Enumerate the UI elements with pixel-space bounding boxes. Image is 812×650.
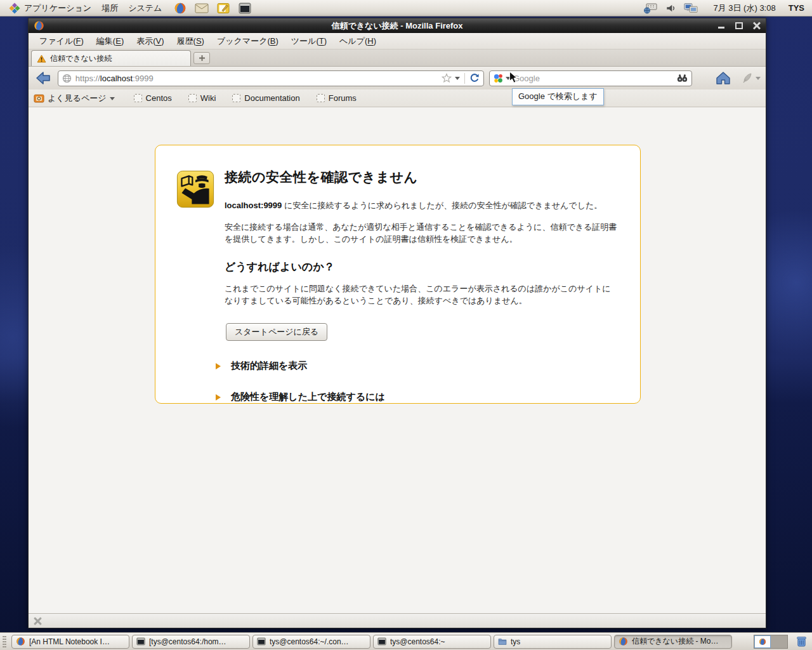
chevron-down-icon — [110, 97, 115, 103]
bookmark-documentation[interactable]: Documentation — [232, 93, 299, 103]
favicon-placeholder-icon — [134, 94, 142, 102]
back-to-start-button[interactable]: スタートページに戻る — [226, 323, 327, 341]
quill-icon — [742, 72, 753, 84]
task-file-manager[interactable]: tys — [494, 635, 612, 649]
user-menu[interactable]: TYS — [789, 3, 804, 13]
volume-icon[interactable] — [664, 2, 678, 15]
workspace-switcher[interactable] — [754, 635, 788, 649]
error-box: 接続の安全性を確認できません localhost:9999 に安全に接続するよう… — [155, 145, 641, 404]
minimize-button[interactable] — [717, 22, 725, 29]
firefox-window: 信頼できない接続 - Mozilla Firefox ファイル(F) 編集(E)… — [28, 18, 766, 628]
bookmark-centos[interactable]: Centos — [134, 93, 172, 103]
bookmarks-menu-button[interactable] — [742, 72, 761, 84]
url-dropdown-icon[interactable] — [455, 77, 460, 83]
task-terminal-home[interactable]: [tys@centos64:/hom… — [132, 635, 250, 649]
task-html-notebook[interactable]: [An HTML Notebook I… — [11, 635, 129, 649]
error-intro: localhost:9999 に安全に接続するように求められましたが、接続の安全… — [225, 200, 618, 211]
search-bar[interactable] — [489, 70, 692, 86]
error-heading: 接続の安全性を確認できません — [225, 168, 618, 186]
menu-tools[interactable]: ツール(T) — [285, 34, 332, 49]
expander-technical-details[interactable]: 技術的詳細を表示 — [216, 360, 618, 372]
system-menu[interactable]: システム — [123, 1, 167, 15]
window-titlebar[interactable]: 信頼できない接続 - Mozilla Firefox — [29, 18, 766, 33]
distro-logo-icon — [9, 3, 20, 14]
applications-menu[interactable]: アプリケーション — [4, 1, 96, 15]
bookmark-wiki[interactable]: Wiki — [188, 93, 216, 103]
menu-help[interactable]: ヘルプ(H) — [334, 34, 382, 49]
globe-icon — [62, 74, 72, 83]
trash-icon[interactable] — [794, 635, 808, 649]
firefox-launcher[interactable] — [173, 1, 187, 15]
task-firefox-untrusted[interactable]: 信頼できない接続 - Mo… — [614, 635, 732, 649]
page-content: 接続の安全性を確認できません localhost:9999 に安全に接続するよう… — [29, 107, 766, 613]
email-icon — [195, 3, 209, 13]
bottom-taskbar: [An HTML Notebook I… [tys@centos64:/hom…… — [0, 632, 812, 650]
favicon-placeholder-icon — [188, 94, 197, 102]
addon-bar-close-icon[interactable] — [34, 617, 42, 625]
gnome-top-panel: アプリケーション 場所 システム — [0, 0, 812, 17]
folder-icon — [498, 637, 507, 646]
applications-menu-label: アプリケーション — [24, 3, 91, 14]
search-tooltip: Google で検索します — [512, 88, 604, 105]
tab-strip: 信頼できない接続 — [29, 50, 766, 67]
new-tab-button[interactable] — [193, 52, 210, 64]
search-input[interactable] — [513, 74, 674, 83]
clock[interactable]: 7月 3日 (水) 3:08 — [713, 3, 775, 14]
keyboard-indicator-icon[interactable] — [643, 2, 657, 15]
menu-file[interactable]: ファイル(F) — [34, 34, 89, 49]
back-button[interactable] — [34, 69, 53, 87]
bookmark-folder-most-visited[interactable]: よく見るページ — [34, 93, 115, 104]
error-main: 接続の安全性を確認できません localhost:9999 に安全に接続するよう… — [225, 168, 618, 403]
plus-icon — [199, 55, 206, 62]
passport-officer-warning-icon — [176, 170, 214, 208]
menu-bookmarks[interactable]: ブックマーク(B) — [211, 34, 284, 49]
task-terminal-config[interactable]: tys@centos64:~/.con… — [252, 635, 370, 649]
menu-bar: ファイル(F) 編集(E) 表示(V) 履歴(S) ブックマーク(B) ツール(… — [29, 33, 766, 50]
displays-icon[interactable] — [684, 2, 698, 15]
terminal-icon — [239, 3, 251, 14]
bookmark-star-icon[interactable] — [442, 73, 452, 83]
mouse-cursor — [509, 71, 518, 84]
taskbar-grip[interactable] — [3, 635, 6, 648]
email-launcher[interactable] — [195, 1, 209, 15]
firefox-icon — [16, 637, 25, 646]
search-binoculars-icon[interactable] — [677, 74, 688, 83]
maximize-button[interactable] — [735, 22, 743, 29]
taskbar-right — [754, 635, 808, 649]
reload-icon[interactable] — [469, 73, 480, 83]
workspace-2[interactable] — [771, 635, 787, 648]
error-paragraph-cert: 安全に接続する場合は通常、あなたが適切な相手と通信することを確認できるように、信… — [225, 222, 618, 246]
bookmark-forums[interactable]: Forums — [317, 93, 357, 103]
home-button[interactable] — [714, 69, 733, 87]
close-button[interactable] — [753, 22, 761, 29]
firefox-icon — [619, 637, 628, 646]
terminal-icon — [257, 637, 266, 646]
menu-view[interactable]: 表示(V) — [131, 34, 169, 49]
terminal-launcher[interactable] — [238, 1, 252, 15]
firefox-icon — [759, 638, 766, 646]
text-editor-launcher[interactable] — [216, 1, 230, 15]
bookmarks-toolbar: よく見るページ Centos Wiki Documentation Forums — [29, 90, 766, 107]
url-bar[interactable]: https://localhost:9999 — [58, 70, 484, 86]
panel-tray: 7月 3日 (水) 3:08 TYS — [643, 2, 808, 15]
system-menu-label: システム — [128, 3, 162, 14]
terminal-icon — [377, 637, 386, 646]
favicon-placeholder-icon — [232, 94, 240, 102]
firefox-icon — [174, 2, 187, 15]
window-title: 信頼できない接続 - Mozilla Firefox — [29, 20, 766, 32]
menu-history[interactable]: 履歴(S) — [171, 34, 210, 49]
bookmark-folder-label: よく見るページ — [48, 93, 107, 104]
expander-understand-risks[interactable]: 危険性を理解した上で接続するには — [216, 391, 618, 403]
task-terminal[interactable]: tys@centos64:~ — [373, 635, 491, 649]
expander-arrow-icon — [216, 363, 224, 369]
places-menu-label: 場所 — [102, 3, 118, 14]
workspace-1[interactable] — [754, 635, 771, 648]
url-text: https://localhost:9999 — [75, 74, 438, 83]
places-menu[interactable]: 場所 — [96, 1, 123, 15]
panel-launchers — [173, 1, 252, 15]
error-subheading: どうすればよいのか？ — [225, 260, 618, 274]
tab-untrusted-connection[interactable]: 信頼できない接続 — [31, 50, 191, 66]
addon-bar — [29, 613, 766, 628]
navigation-toolbar: https://localhost:9999 — [29, 67, 766, 90]
menu-edit[interactable]: 編集(E) — [91, 34, 129, 49]
